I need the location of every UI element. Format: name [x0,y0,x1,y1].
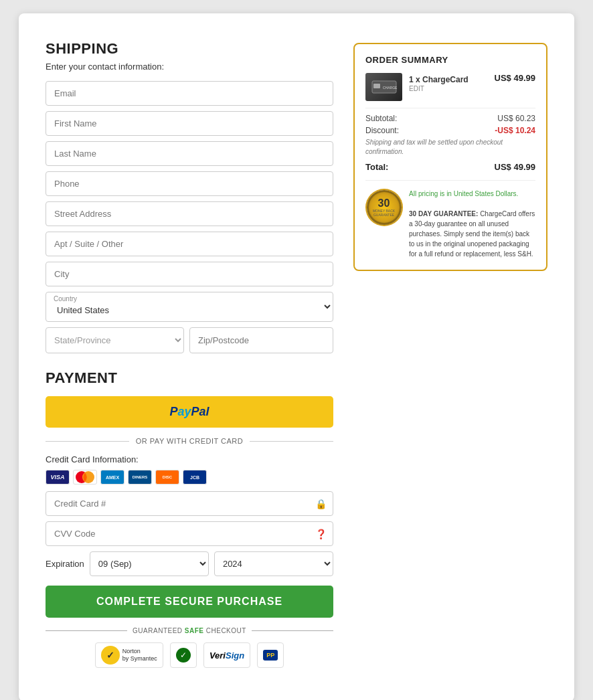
seal-number: 30 [378,198,390,209]
paypal-button[interactable]: PayPal [46,396,333,428]
last-name-field[interactable] [46,141,333,166]
mcafee-badge: ✓ [170,642,197,668]
total-value: US$ 49.99 [495,162,535,172]
product-row: CHARGE 1 x ChargeCard EDIT US$ 49.99 [365,73,535,101]
complete-purchase-button[interactable]: COMPLETE SECURE PURCHASE [46,586,333,618]
page-container: SHIPPING Enter your contact information:… [19,13,574,700]
product-price: US$ 49.99 [495,73,535,83]
edit-link[interactable]: EDIT [409,85,488,92]
shipping-subtitle: Enter your contact information: [46,62,333,72]
shipping-note: Shipping and tax will be settled upon ch… [365,138,535,157]
product-image: CHARGE [365,73,402,101]
svg-rect-4 [373,84,380,88]
state-zip-row: State/Province [46,327,333,353]
order-summary-box: ORDER SUMMARY CHARGE 1 x ChargeCard ED [353,43,547,271]
city-field[interactable] [46,262,333,286]
apt-suite-field[interactable] [46,232,333,256]
subtotal-value: US$ 60.23 [497,114,535,123]
or-divider-text: OR PAY WITH CREDIT CARD [136,437,243,445]
total-row: Total: US$ 49.99 [365,162,535,172]
paypal-seal-text: PP [263,650,278,661]
right-column: ORDER SUMMARY CHARGE 1 x ChargeCard ED [353,40,547,668]
product-name: 1 x ChargeCard [409,75,469,84]
cc-input-wrapper: 🔒 [46,491,333,516]
country-select[interactable]: United States Canada United Kingdom Aust… [46,292,333,322]
cvv-field[interactable] [46,521,333,546]
guarantee-section: 30 MONEY BACKGUARANTEE All pricing is in… [365,180,535,259]
discount-value: -US$ 10.24 [495,126,535,135]
amex-icon: AMEX [100,470,124,485]
discount-row: Discount: -US$ 10.24 [365,126,535,135]
paypal-seal-badge: PP [257,642,284,668]
shipping-title: SHIPPING [46,40,333,58]
total-label: Total: [365,162,388,172]
guarantee-seal: 30 MONEY BACKGUARANTEE [365,189,402,226]
subtotal-label: Subtotal: [365,114,397,123]
street-address-field[interactable] [46,201,333,226]
seal-text: MONEY BACKGUARANTEE [373,209,395,217]
norton-check-icon: ✓ [101,646,120,665]
expiry-row: Expiration 01 (Jan)02 (Feb)03 (Mar) 04 (… [46,551,333,576]
mcafee-check-icon: ✓ [176,648,191,663]
expiry-year-select[interactable]: 202320242025 202620272028 [214,551,333,576]
norton-badge: ✓ Norton by Symantec [95,642,163,668]
state-select[interactable]: State/Province [46,327,184,353]
first-name-field[interactable] [46,111,333,136]
order-summary-title: ORDER SUMMARY [365,55,535,65]
summary-divider [365,108,535,108]
verisign-text: VeriSign [209,650,244,661]
cvv-input-wrapper: ❓ [46,521,333,546]
jcb-icon: JCB [183,470,207,485]
phone-field[interactable] [46,171,333,196]
subtotal-row: Subtotal: US$ 60.23 [365,114,535,123]
cc-label: Credit Card Information: [46,454,333,464]
svg-text:CHARGE: CHARGE [383,86,398,90]
product-details: 1 x ChargeCard EDIT [409,73,488,92]
lock-icon: 🔒 [315,499,327,509]
country-label: Country [54,295,77,302]
help-icon: ❓ [315,529,327,539]
expiry-label: Expiration [46,559,84,569]
zip-field[interactable] [189,327,333,353]
guarantee-text-block: All pricing is in United States Dollars.… [409,189,535,259]
diners-icon: DINERS [128,470,152,485]
discount-label: Discount: [365,126,399,135]
credit-card-field[interactable] [46,491,333,516]
guaranteed-divider: GUARANTEED SAFE CHECKOUT [46,627,333,634]
email-field[interactable] [46,81,333,106]
left-column: SHIPPING Enter your contact information:… [46,40,333,668]
norton-sub: by Symantec [122,655,157,663]
or-divider: OR PAY WITH CREDIT CARD [46,437,333,445]
norton-label: Norton [122,648,157,655]
card-icons: VISA AMEX DINERS DISC JCB [46,470,333,485]
expiry-month-select[interactable]: 01 (Jan)02 (Feb)03 (Mar) 04 (Apr)05 (May… [90,551,209,576]
payment-title: PAYMENT [46,369,333,387]
payment-section: PAYMENT PayPal OR PAY WITH CREDIT CARD C… [46,369,333,668]
guaranteed-text: GUARANTEED SAFE CHECKOUT [133,627,246,634]
country-wrapper: Country United States Canada United King… [46,292,333,322]
guarantee-title: 30 DAY GUARANTEE: [409,210,478,217]
mastercard-icon [73,470,97,485]
visa-icon: VISA [46,470,70,485]
seal-circle: 30 MONEY BACKGUARANTEE [367,190,402,225]
pricing-note: All pricing is in United States Dollars. [409,190,518,197]
trust-badges: ✓ Norton by Symantec ✓ VeriSign PP [46,642,333,668]
discover-icon: DISC [155,470,179,485]
shipping-section: SHIPPING Enter your contact information:… [46,40,333,353]
verisign-badge: VeriSign [203,642,250,668]
